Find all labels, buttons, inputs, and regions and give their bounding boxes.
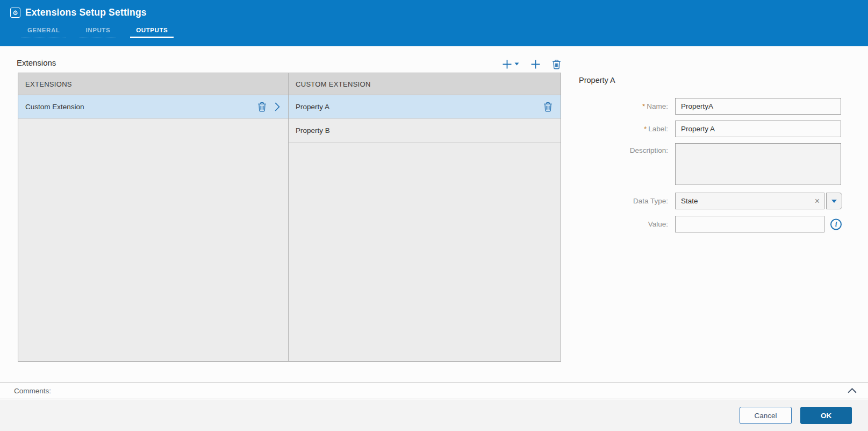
- list-item-property-b[interactable]: Property B: [289, 119, 561, 143]
- name-field-label: Name:: [647, 102, 668, 110]
- comments-label: Comments:: [14, 387, 51, 395]
- trash-icon[interactable]: [543, 102, 553, 112]
- value-field-label: Value:: [570, 220, 675, 228]
- label-input[interactable]: [675, 121, 841, 137]
- data-type-input[interactable]: [675, 193, 824, 209]
- data-type-field-label: Data Type:: [570, 197, 675, 205]
- description-field-label: Description:: [570, 143, 675, 154]
- label-field-label: Label:: [648, 125, 668, 133]
- add-dropdown-button[interactable]: [502, 59, 519, 69]
- list-item-label: Property A: [296, 103, 329, 111]
- extensions-section-title: Extensions: [17, 58, 56, 67]
- list-item-custom-extension[interactable]: Custom Extension: [18, 95, 288, 119]
- tab-general[interactable]: GENERAL: [21, 25, 66, 38]
- caret-down-icon: [831, 200, 837, 203]
- required-marker: *: [642, 102, 645, 110]
- add-icon: [530, 59, 541, 69]
- extensions-toolbar: [485, 56, 561, 72]
- caret-down-icon: [514, 62, 519, 66]
- form-row-label: *Label:: [570, 121, 848, 137]
- add-button[interactable]: [530, 59, 541, 69]
- info-icon[interactable]: i: [830, 218, 842, 230]
- form-row-name: *Name:: [570, 98, 848, 115]
- dialog-title: Extensions Setup Settings: [25, 7, 147, 18]
- form-row-value: Value: i: [570, 216, 848, 232]
- extensions-lists: EXTENSIONS Custom Extension CUSTOM EXTEN…: [18, 73, 561, 362]
- comments-bar[interactable]: Comments:: [0, 382, 868, 399]
- custom-extension-list-empty-area: [289, 143, 561, 361]
- list-item-label: Custom Extension: [25, 103, 84, 111]
- tab-bar: GENERAL INPUTS OUTPUTS: [21, 25, 174, 38]
- trash-icon[interactable]: [257, 102, 267, 112]
- chevron-up-icon[interactable]: [848, 388, 857, 393]
- dialog-titlebar: ⚙ Extensions Setup Settings GENERAL INPU…: [0, 0, 868, 46]
- trash-icon: [552, 59, 561, 69]
- dialog-footer: Cancel OK: [0, 400, 868, 431]
- extensions-column-header: EXTENSIONS: [18, 73, 288, 95]
- extensions-list-empty-area: [18, 119, 288, 361]
- list-item-property-a[interactable]: Property A: [289, 95, 561, 119]
- data-type-combobox: ×: [675, 193, 842, 209]
- required-marker: *: [644, 125, 647, 133]
- property-form-title: Property A: [579, 76, 615, 84]
- dialog-title-row: ⚙ Extensions Setup Settings: [10, 7, 147, 18]
- custom-extension-list-pane: CUSTOM EXTENSION Property A Property B: [289, 73, 561, 361]
- cancel-button[interactable]: Cancel: [740, 407, 792, 424]
- value-input[interactable]: [675, 216, 824, 232]
- chevron-right-icon[interactable]: [275, 102, 280, 111]
- tab-inputs[interactable]: INPUTS: [80, 25, 116, 38]
- tab-outputs[interactable]: OUTPUTS: [130, 25, 174, 38]
- x-clear-icon[interactable]: ×: [815, 196, 820, 205]
- custom-extension-column-header: CUSTOM EXTENSION: [289, 73, 561, 95]
- ok-button[interactable]: OK: [800, 407, 852, 424]
- extensions-list-pane: EXTENSIONS Custom Extension: [18, 73, 289, 361]
- description-textarea[interactable]: [675, 143, 841, 185]
- add-icon: [502, 59, 512, 69]
- data-type-dropdown-button[interactable]: [826, 193, 842, 209]
- extensions-setup-dialog: ⚙ Extensions Setup Settings GENERAL INPU…: [0, 0, 868, 431]
- list-item-label: Property B: [296, 126, 330, 135]
- name-input[interactable]: [675, 98, 841, 115]
- gear-icon: ⚙: [10, 8, 20, 18]
- form-row-description: Description:: [570, 143, 848, 187]
- delete-button[interactable]: [552, 59, 561, 69]
- form-row-data-type: Data Type: ×: [570, 193, 848, 209]
